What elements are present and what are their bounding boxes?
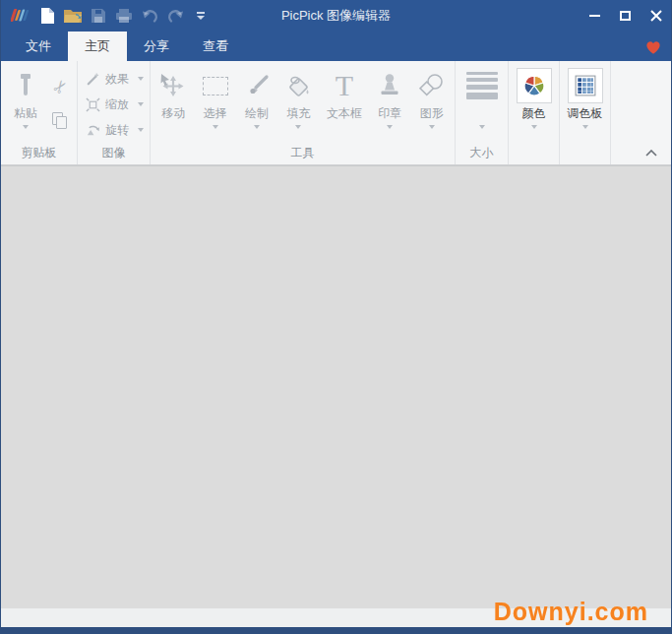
cut-button[interactable]: ✂	[48, 75, 72, 98]
group-caption-clipboard: 剪贴板	[1, 144, 77, 164]
effects-label: 效果	[105, 71, 129, 88]
group-image: 效果 缩放	[78, 61, 151, 164]
tab-view[interactable]: 查看	[186, 32, 245, 61]
fill-label: 填充	[286, 106, 310, 120]
fill-dropdown-arrow	[295, 125, 301, 129]
paste-label: 粘贴	[14, 106, 37, 120]
effects-wand-icon	[86, 72, 100, 87]
titlebar: PicPick 图像编辑器	[1, 0, 671, 32]
copy-icon	[52, 112, 69, 129]
fill-bucket-icon	[284, 73, 312, 99]
group-palette: 调色板	[560, 61, 611, 164]
select-marquee-icon	[203, 77, 228, 95]
tab-file[interactable]: 文件	[9, 32, 68, 61]
palette-label: 调色板	[568, 106, 603, 120]
shapes-label: 图形	[420, 106, 444, 120]
effects-dropdown-arrow	[138, 77, 144, 81]
size-button[interactable]	[466, 65, 498, 129]
rotate-icon	[86, 123, 100, 138]
select-button[interactable]: 选择	[196, 65, 235, 134]
collapse-ribbon-button[interactable]	[641, 146, 661, 159]
textbox-label: 文本框	[327, 106, 362, 120]
stamp-icon	[378, 73, 401, 98]
paste-clipboard-icon	[24, 77, 28, 95]
textbox-button[interactable]: T 文本框	[321, 65, 368, 134]
draw-button[interactable]: 绘制	[237, 65, 276, 134]
chevron-up-icon	[645, 150, 657, 157]
cut-scissors-icon: ✂	[48, 75, 73, 97]
stamp-button[interactable]: 印章	[370, 65, 409, 134]
quick-access-toolbar	[1, 3, 214, 29]
rotate-button[interactable]: 旋转	[86, 120, 144, 140]
undo-icon[interactable]	[137, 3, 162, 29]
stamp-label: 印章	[378, 106, 401, 120]
group-tools: 移动 选择	[151, 61, 456, 164]
color-dropdown-arrow	[531, 125, 537, 129]
move-button[interactable]: 移动	[153, 65, 193, 134]
ribbon: 粘贴 ✂ 剪贴板	[1, 61, 671, 165]
size-dropdown-arrow	[479, 125, 485, 129]
resize-label: 缩放	[105, 96, 129, 113]
select-dropdown-arrow	[213, 125, 218, 129]
canvas-area[interactable]	[1, 165, 671, 608]
line-width-icon	[466, 72, 498, 99]
maximize-button[interactable]	[610, 0, 641, 32]
watermark-text: Downyi.com	[494, 598, 648, 626]
palette-grid-icon	[575, 75, 596, 96]
resize-dropdown-arrow	[138, 102, 144, 106]
resize-icon	[86, 97, 100, 112]
draw-label: 绘制	[245, 106, 269, 120]
move-label: 移动	[161, 106, 185, 120]
group-clipboard: 粘贴 ✂ 剪贴板	[1, 61, 78, 164]
textbox-icon: T	[336, 71, 353, 100]
palette-dropdown-arrow	[582, 125, 588, 129]
shapes-button[interactable]: 图形	[412, 65, 452, 134]
paste-button[interactable]: 粘贴	[5, 65, 46, 132]
group-color: 颜色	[509, 61, 560, 164]
customize-toolbar-icon[interactable]	[188, 3, 214, 29]
rotate-label: 旋转	[105, 122, 129, 139]
ribbon-tabs: 文件 主页 分享 查看	[1, 32, 671, 61]
color-wheel-icon	[522, 74, 546, 97]
group-caption-image: 图像	[78, 144, 150, 164]
picpick-logo-icon[interactable]	[7, 3, 34, 29]
group-size: 大小	[456, 61, 509, 164]
open-folder-icon[interactable]	[60, 3, 86, 29]
status-bar	[1, 627, 671, 634]
print-icon[interactable]	[111, 3, 137, 29]
group-caption-size: 大小	[456, 144, 508, 164]
effects-button[interactable]: 效果	[86, 69, 144, 89]
palette-button[interactable]: 调色板	[568, 65, 603, 129]
new-document-icon[interactable]	[34, 3, 60, 29]
shapes-dropdown-arrow	[429, 125, 435, 129]
picpick-window: PicPick 图像编辑器 文件 主页 分享 查看	[0, 0, 672, 634]
draw-dropdown-arrow	[254, 125, 260, 129]
heart-icon[interactable]	[641, 34, 665, 58]
minimize-button[interactable]	[580, 0, 610, 32]
copy-button[interactable]	[48, 108, 72, 132]
shapes-icon	[418, 73, 446, 98]
group-caption-tools: 工具	[151, 144, 455, 164]
save-icon[interactable]	[86, 3, 111, 29]
fill-button[interactable]: 填充	[278, 65, 318, 134]
select-label: 选择	[204, 106, 227, 120]
resize-button[interactable]: 缩放	[86, 95, 144, 114]
tab-home[interactable]: 主页	[68, 32, 127, 61]
window-controls	[580, 0, 671, 32]
paste-dropdown-arrow	[23, 125, 29, 129]
redo-icon[interactable]	[162, 3, 188, 29]
close-button[interactable]	[641, 0, 671, 32]
tab-share[interactable]: 分享	[127, 32, 186, 61]
color-label: 颜色	[522, 106, 546, 120]
window-title: PicPick 图像编辑器	[281, 7, 391, 25]
stamp-dropdown-arrow	[387, 125, 393, 129]
draw-brush-icon	[244, 74, 271, 98]
rotate-dropdown-arrow	[138, 128, 144, 132]
move-icon	[159, 73, 187, 99]
color-button[interactable]: 颜色	[517, 65, 552, 129]
